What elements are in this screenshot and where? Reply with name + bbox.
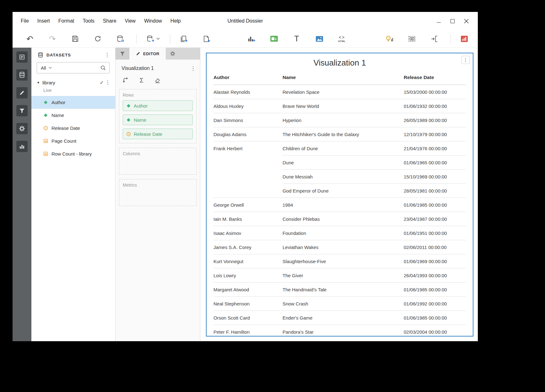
undo-button[interactable]: ↶ xyxy=(23,32,36,45)
swap-rows-columns-button[interactable] xyxy=(122,77,129,84)
menu-share[interactable]: Share xyxy=(103,18,116,24)
expand-caret-icon[interactable]: ▼ xyxy=(37,81,40,84)
pause-data-retrieval-button[interactable] xyxy=(114,32,127,45)
cell-name[interactable]: 1984 xyxy=(283,198,404,212)
viz-options-menu-button[interactable]: ⋮ xyxy=(189,65,197,72)
cell-author[interactable]: James S.A. Corey xyxy=(213,240,283,254)
cell-release-date[interactable]: 02/06/2011 00:00:00 xyxy=(404,240,466,254)
redo-button[interactable]: ↷ xyxy=(46,32,59,45)
cell-release-date[interactable]: 01/06/1985 00:00:00 xyxy=(404,311,466,325)
menu-format[interactable]: Format xyxy=(58,18,74,24)
datasets-menu-button[interactable]: ⋮ xyxy=(103,51,111,59)
maximize-button[interactable] xyxy=(448,16,457,26)
datasets-panel-button[interactable] xyxy=(16,69,28,81)
visualization-gallery-button[interactable] xyxy=(16,141,28,152)
cell-author[interactable]: Aldous Huxley xyxy=(213,99,283,113)
columns-drop-zone[interactable]: Columns xyxy=(119,148,197,175)
menu-tools[interactable]: Tools xyxy=(83,18,94,24)
cell-author[interactable]: Kurt Vonnegut xyxy=(213,254,283,268)
insights-button[interactable] xyxy=(383,32,396,45)
cell-release-date[interactable]: 26/05/1989 00:00:00 xyxy=(404,113,466,127)
cell-name[interactable]: Children of Dune xyxy=(283,141,404,156)
cell-name[interactable]: The Hitchhiker's Guide to the Galaxy xyxy=(283,127,404,141)
cell-author[interactable]: Lois Lowry xyxy=(213,268,283,283)
cell-author[interactable]: Peter F. Hamilton xyxy=(213,325,283,337)
dataset-library-row[interactable]: ▼ library ✓ ⋮ xyxy=(31,77,115,88)
tab-format[interactable] xyxy=(166,48,180,60)
cell-name[interactable]: Dune xyxy=(283,156,404,170)
cell-release-date[interactable]: 28/05/1981 00:00:00 xyxy=(404,184,466,198)
add-image-button[interactable] xyxy=(313,32,326,45)
export-to-presentation-button[interactable] xyxy=(458,32,471,45)
menu-insert[interactable]: Insert xyxy=(37,18,50,24)
tab-filter[interactable] xyxy=(116,48,129,60)
cell-release-date[interactable]: 01/06/1992 00:00:00 xyxy=(404,297,466,311)
cell-release-date[interactable]: 01/06/1985 00:00:00 xyxy=(404,283,466,297)
cell-release-date[interactable]: 26/04/1993 00:00:00 xyxy=(404,268,466,283)
dataset-field-release-date[interactable]: Release Date xyxy=(31,122,115,135)
add-page-button[interactable] xyxy=(200,32,213,45)
rows-chip-name[interactable]: Name xyxy=(123,114,193,125)
add-html-button[interactable]: <>HTML xyxy=(335,32,348,45)
refresh-button[interactable] xyxy=(91,32,104,45)
menu-window[interactable]: Window xyxy=(144,18,162,24)
settings-panel-button[interactable] xyxy=(16,123,28,134)
dataset-field-page-count[interactable]: Page Count xyxy=(31,135,115,147)
rows-drop-zone[interactable]: Rows AuthorNameRelease Date xyxy=(119,89,197,143)
cell-release-date[interactable]: 23/04/1987 00:00:00 xyxy=(404,212,466,226)
dataset-field-row-count-library[interactable]: Row Count - library xyxy=(31,147,115,160)
dataset-search-box[interactable]: All xyxy=(37,62,110,73)
rows-chip-release-date[interactable]: Release Date xyxy=(123,129,193,139)
add-visualization-button[interactable] xyxy=(245,32,258,45)
cell-name[interactable]: Revelation Space xyxy=(283,85,404,99)
cell-release-date[interactable]: 15/10/1969 00:00:00 xyxy=(404,170,466,184)
cell-name[interactable]: Dune Messiah xyxy=(283,170,404,184)
metrics-drop-zone[interactable]: Metrics xyxy=(119,179,197,206)
totals-button[interactable]: Σ xyxy=(138,77,145,84)
close-button[interactable] xyxy=(461,16,471,26)
cell-release-date[interactable]: 01/06/1965 00:00:00 xyxy=(404,156,466,170)
edit-panel-button[interactable] xyxy=(16,87,28,98)
cell-author[interactable]: Margaret Atwood xyxy=(213,283,283,297)
cell-author[interactable]: Dan Simmons xyxy=(213,113,283,127)
cell-name[interactable]: Consider Phlebas xyxy=(283,212,404,226)
cell-name[interactable]: Foundation xyxy=(283,226,404,240)
minimize-button[interactable] xyxy=(434,16,443,26)
contents-panel-button[interactable] xyxy=(16,51,28,63)
clear-all-button[interactable] xyxy=(154,77,161,84)
dataset-field-author[interactable]: Author xyxy=(31,96,115,109)
rows-chip-author[interactable]: Author xyxy=(123,100,193,111)
cell-author[interactable]: Alastair Reynolds xyxy=(213,85,283,99)
cell-author[interactable]: George Orwell xyxy=(213,198,283,212)
add-dataset-button[interactable] xyxy=(143,32,163,45)
cell-release-date[interactable]: 12/10/1979 00:00:00 xyxy=(404,127,466,141)
cell-name[interactable]: Slaughterhouse-Five xyxy=(283,254,404,268)
cell-name[interactable]: Snow Crash xyxy=(283,297,404,311)
cell-name[interactable]: Pandora's Star xyxy=(283,325,404,337)
filter-panel-button[interactable] xyxy=(16,105,28,116)
cell-name[interactable]: God Emperor of Dune xyxy=(283,184,404,198)
cell-author[interactable]: Neal Stephenson xyxy=(213,297,283,311)
visualization-container[interactable]: ⋮ Visualization 1 AuthorNameRelease Date… xyxy=(206,53,473,336)
cell-release-date[interactable]: 01/06/1969 00:00:00 xyxy=(404,254,466,268)
grid-header-author[interactable]: Author xyxy=(213,71,283,85)
menu-view[interactable]: View xyxy=(125,18,136,24)
cell-release-date[interactable]: 21/04/1976 00:00:00 xyxy=(404,141,466,156)
save-button[interactable] xyxy=(68,32,82,45)
cell-name[interactable]: Brave New World xyxy=(283,99,404,113)
menu-file[interactable]: File xyxy=(21,18,29,24)
cell-name[interactable]: Ender's Game xyxy=(283,311,404,325)
grid-header-name[interactable]: Name xyxy=(283,71,404,85)
cell-release-date[interactable]: 01/06/1932 00:00:00 xyxy=(404,99,466,113)
cell-release-date[interactable]: 15/03/2000 00:00:00 xyxy=(404,85,466,99)
cell-release-date[interactable]: 01/06/1951 00:00:00 xyxy=(404,226,466,240)
dataset-field-name[interactable]: Name xyxy=(31,109,115,122)
cell-author[interactable]: Frank Herbert xyxy=(213,141,283,198)
duplicate-page-button[interactable] xyxy=(177,32,190,45)
grid-header-release-date[interactable]: Release Date xyxy=(404,71,466,85)
cell-name[interactable]: The Giver xyxy=(283,268,404,283)
menu-help[interactable]: Help xyxy=(170,18,181,24)
visualization-menu-button[interactable]: ⋮ xyxy=(461,56,470,64)
tab-editor[interactable]: EDITOR xyxy=(129,48,166,60)
add-selector-button[interactable] xyxy=(267,32,281,45)
